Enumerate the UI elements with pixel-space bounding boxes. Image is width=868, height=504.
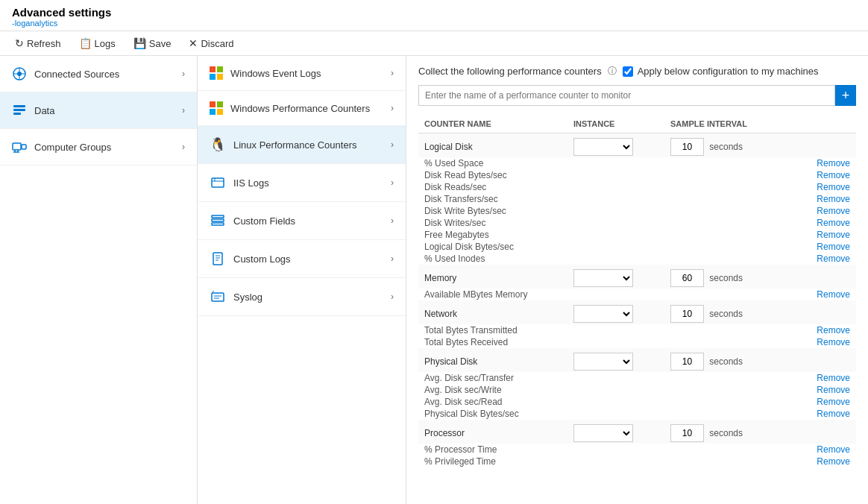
save-button[interactable]: 💾 Save: [130, 36, 174, 51]
svg-rect-15: [217, 74, 223, 80]
middle-item-iis-logs[interactable]: IIS Logs ›: [198, 164, 406, 202]
counter-name-cell: Memory: [418, 265, 567, 289]
custom-fields-label: Custom Fields: [233, 215, 295, 227]
discard-button[interactable]: ✕ Discard: [186, 36, 236, 51]
info-icon[interactable]: ⓘ: [608, 65, 617, 78]
custom-logs-chevron: ›: [391, 253, 394, 264]
table-row: Physical Disk seconds: [418, 348, 856, 372]
sub-item-cell: Disk Write Bytes/sec: [418, 205, 567, 217]
windows-event-logs-label: Windows Event Logs: [230, 68, 321, 79]
counter-interval-cell: seconds: [664, 265, 761, 289]
content-panel: Collect the following performance counte…: [406, 56, 868, 504]
middle-panel: Windows Event Logs › Windows Performance…: [198, 56, 406, 504]
sidebar: Connected Sources › Data ›: [0, 56, 198, 504]
remove-link[interactable]: Remove: [817, 289, 850, 300]
data-chevron: ›: [182, 105, 185, 116]
middle-item-custom-logs[interactable]: Custom Logs ›: [198, 240, 406, 278]
interval-input[interactable]: [670, 305, 704, 323]
counter-instance-cell: [567, 300, 664, 324]
remove-link[interactable]: Remove: [817, 409, 850, 419]
middle-item-linux-perf[interactable]: 🐧 Linux Performance Counters ›: [198, 126, 406, 164]
th-action: [761, 115, 856, 133]
middle-item-syslog[interactable]: Syslog ›: [198, 278, 406, 316]
windows-event-logs-chevron: ›: [391, 68, 394, 78]
sub-item-cell: Disk Read Bytes/sec: [418, 169, 567, 181]
table-header: COUNTER NAME INSTANCE SAMPLE INTERVAL: [418, 115, 856, 133]
search-input[interactable]: [418, 85, 835, 106]
header: Advanced settings -loganalytics: [0, 0, 868, 31]
instance-select[interactable]: [573, 424, 633, 442]
sub-item-cell: Available MBytes Memory: [418, 289, 567, 300]
remove-link[interactable]: Remove: [817, 444, 850, 455]
remove-link[interactable]: Remove: [817, 218, 850, 228]
discard-icon: ✕: [189, 37, 198, 49]
syslog-icon: [210, 289, 226, 305]
svg-rect-23: [212, 215, 224, 218]
remove-link[interactable]: Remove: [817, 158, 850, 168]
sidebar-groups-label: Computer Groups: [34, 142, 111, 153]
counter-action-cell: [761, 420, 856, 444]
remove-link[interactable]: Remove: [817, 230, 850, 240]
table-row: Disk Writes/sec Remove: [418, 217, 856, 229]
remove-link[interactable]: Remove: [817, 170, 850, 180]
instance-select[interactable]: [573, 269, 633, 287]
sidebar-item-connected-sources[interactable]: Connected Sources ›: [0, 56, 197, 92]
interval-input[interactable]: [670, 138, 704, 156]
interval-input[interactable]: [670, 424, 704, 442]
sub-item-cell: Free Megabytes: [418, 229, 567, 241]
page-subtitle: -loganalytics: [12, 19, 856, 28]
computer-groups-icon: [12, 139, 27, 154]
remove-link[interactable]: Remove: [817, 206, 850, 216]
instance-select[interactable]: [573, 138, 633, 156]
windows-perf-chevron: ›: [391, 103, 394, 113]
table-row: Disk Reads/sec Remove: [418, 181, 856, 193]
linux-perf-chevron: ›: [391, 139, 394, 150]
sidebar-item-data[interactable]: Data ›: [0, 92, 197, 129]
sub-item-cell: Total Bytes Received: [418, 336, 567, 348]
sidebar-item-computer-groups[interactable]: Computer Groups ›: [0, 129, 197, 166]
remove-link[interactable]: Remove: [817, 325, 850, 336]
remove-link[interactable]: Remove: [817, 194, 850, 204]
counter-action-cell: [761, 133, 856, 158]
refresh-button[interactable]: ↻ Refresh: [12, 36, 64, 51]
table-row: Logical Disk seconds: [418, 133, 856, 158]
seconds-label: seconds: [709, 356, 743, 367]
middle-item-windows-perf[interactable]: Windows Performance Counters ›: [198, 91, 406, 126]
save-label: Save: [149, 38, 172, 49]
apply-checkbox-label: Apply below configuration to my machines: [623, 66, 819, 77]
remove-link[interactable]: Remove: [817, 373, 850, 383]
remove-link[interactable]: Remove: [817, 242, 850, 252]
interval-input[interactable]: [670, 269, 704, 287]
seconds-label: seconds: [709, 142, 743, 152]
svg-rect-25: [212, 223, 224, 225]
svg-rect-16: [210, 101, 216, 107]
remove-link[interactable]: Remove: [817, 385, 850, 395]
remove-link[interactable]: Remove: [817, 337, 850, 347]
middle-item-custom-fields[interactable]: Custom Fields ›: [198, 202, 406, 240]
counter-instance-cell: [567, 420, 664, 444]
remove-link[interactable]: Remove: [817, 182, 850, 192]
sub-item-cell: Disk Reads/sec: [418, 181, 567, 193]
seconds-label: seconds: [709, 428, 743, 438]
table-row: Disk Read Bytes/sec Remove: [418, 169, 856, 181]
connected-sources-chevron: ›: [182, 69, 185, 79]
remove-link[interactable]: Remove: [817, 397, 850, 407]
instance-select[interactable]: [573, 353, 633, 371]
connected-sources-icon: [12, 66, 27, 81]
interval-input[interactable]: [670, 353, 704, 371]
remove-link[interactable]: Remove: [817, 253, 850, 264]
sub-item-cell: % Used Inodes: [418, 253, 567, 265]
counter-instance-cell: [567, 348, 664, 372]
logs-button[interactable]: 📋 Logs: [76, 36, 119, 51]
apply-checkbox[interactable]: [623, 66, 633, 77]
remove-link[interactable]: Remove: [817, 456, 850, 467]
svg-rect-5: [13, 109, 25, 111]
middle-item-windows-event-logs[interactable]: Windows Event Logs ›: [198, 56, 406, 91]
discard-label: Discard: [201, 38, 233, 49]
save-icon: 💾: [133, 37, 146, 49]
refresh-icon: ↻: [15, 37, 24, 49]
windows-perf-label: Windows Performance Counters: [230, 103, 370, 114]
add-counter-button[interactable]: +: [835, 85, 856, 106]
instance-select[interactable]: [573, 305, 633, 323]
counter-action-cell: [761, 348, 856, 372]
